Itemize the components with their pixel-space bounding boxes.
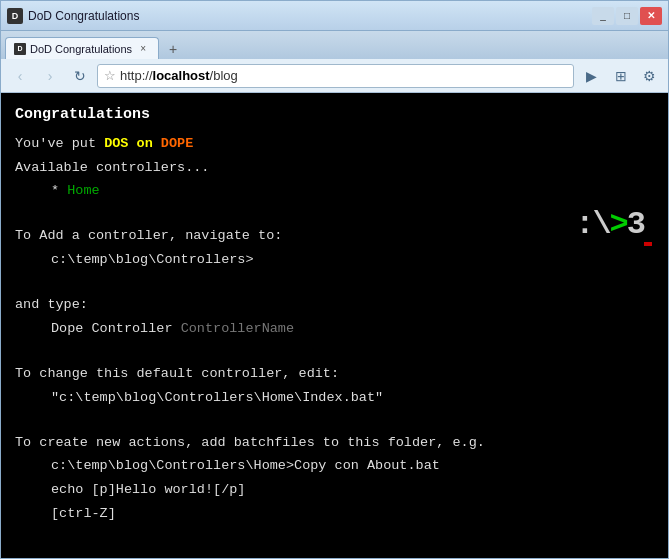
- available-controllers-line: Available controllers...: [15, 157, 654, 179]
- navigation-bar: ‹ › ↻ ☆ http://localhost/blog ▶ ⊞ ⚙: [1, 59, 668, 93]
- change-controller-line: To change this default controller, edit:: [15, 363, 654, 385]
- tab-favicon: D: [7, 8, 23, 24]
- add-controller-line: To Add a controller, navigate to:: [15, 225, 654, 247]
- close-button[interactable]: ✕: [640, 7, 662, 25]
- address-host: localhost: [153, 68, 210, 83]
- command-hint: ControllerName: [181, 321, 294, 336]
- bullet-symbol: *: [51, 183, 67, 198]
- line1-prefix: You've put: [15, 136, 104, 151]
- path1-line: c:\temp\blog\Controllers>: [51, 249, 654, 271]
- tools-menu-button[interactable]: ⚙: [636, 64, 662, 88]
- content-area: :\>3 Congratulations You've put DOS on D…: [1, 93, 668, 558]
- dos-text: DOS: [104, 136, 128, 151]
- bookmark-star-icon[interactable]: ☆: [104, 68, 116, 83]
- back-button[interactable]: ‹: [7, 64, 33, 88]
- dope-text: DOPE: [161, 136, 193, 151]
- refresh-button[interactable]: ↻: [67, 64, 93, 88]
- command-prefix: Dope Controller: [51, 321, 181, 336]
- minimize-button[interactable]: _: [592, 7, 614, 25]
- nav-right-buttons: ⊞ ⚙: [608, 64, 662, 88]
- active-tab[interactable]: D DoD Congratulations ×: [5, 37, 159, 59]
- command-line: Dope Controller ControllerName: [51, 318, 654, 340]
- code1-line: c:\temp\blog\Controllers\Home>Copy con A…: [51, 455, 654, 477]
- intro-line: You've put DOS on DOPE: [15, 133, 654, 155]
- logo-part2: >: [610, 206, 627, 243]
- tab-bar: D DoD Congratulations × +: [1, 31, 668, 59]
- page-menu-button[interactable]: ⊞: [608, 64, 634, 88]
- browser-window: D DoD Congratulations _ □ ✕ D DoD Congra…: [0, 0, 669, 559]
- logo-part3: 3: [627, 206, 644, 243]
- code2-line: echo [p]Hello world![/p]: [51, 479, 654, 501]
- window-controls: _ □ ✕: [592, 7, 662, 25]
- logo-cursor: [644, 242, 652, 246]
- forward-button[interactable]: ›: [37, 64, 63, 88]
- address-prefix: http://: [120, 68, 153, 83]
- home-link[interactable]: Home: [67, 183, 99, 198]
- address-path: /blog: [210, 68, 238, 83]
- home-link-line: * Home: [51, 180, 654, 202]
- maximize-button[interactable]: □: [616, 7, 638, 25]
- code3-line: [ctrl-Z]: [51, 503, 654, 525]
- logo-part1: :\: [575, 206, 609, 243]
- logo: :\>3: [575, 199, 652, 250]
- and-type-line: and type:: [15, 294, 654, 316]
- create-actions-line: To create new actions, add batchfiles to…: [15, 432, 654, 454]
- new-tab-button[interactable]: +: [163, 39, 183, 59]
- window-title: DoD Congratulations: [28, 9, 592, 23]
- go-button[interactable]: ▶: [578, 64, 604, 88]
- tab-close-button[interactable]: ×: [136, 42, 150, 56]
- tab-label: DoD Congratulations: [30, 43, 132, 55]
- path2-line: "c:\temp\blog\Controllers\Home\Index.bat…: [51, 387, 654, 409]
- on-text: on: [128, 136, 160, 151]
- address-bar[interactable]: ☆ http://localhost/blog: [97, 64, 574, 88]
- address-text: http://localhost/blog: [120, 68, 567, 83]
- title-bar: D DoD Congratulations _ □ ✕: [1, 1, 668, 31]
- tab-favicon-icon: D: [14, 43, 26, 55]
- main-heading: Congratulations: [15, 103, 654, 127]
